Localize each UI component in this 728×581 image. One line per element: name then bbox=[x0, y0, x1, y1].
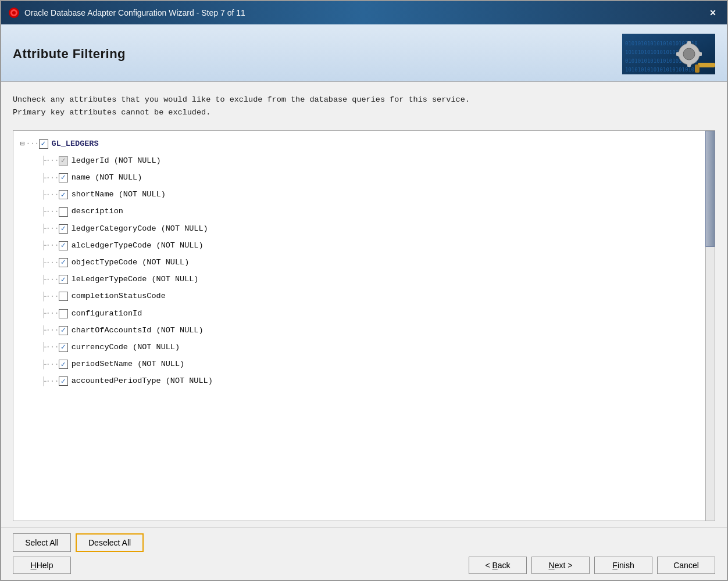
next-button[interactable]: Next > bbox=[531, 557, 590, 574]
node-label-currencyCode: currencyCode (NOT NULL) bbox=[72, 340, 180, 354]
node-checkbox-accountedPeriodType[interactable] bbox=[59, 376, 68, 386]
list-item: ├··· chartOfAccountsId (NOT NULL) bbox=[39, 322, 701, 339]
node-label-shortName: shortName (NOT NULL) bbox=[72, 188, 166, 202]
list-item: ├··· leLedgerTypeCode (NOT NULL) bbox=[39, 271, 701, 288]
header-image: 01010101010101010101010 1010101010101010… bbox=[622, 34, 715, 74]
node-label-ledgerCategoryCode: ledgerCategoryCode (NOT NULL) bbox=[72, 222, 208, 236]
node-checkbox-configurationId[interactable] bbox=[59, 309, 68, 318]
collapse-icon[interactable]: ⊟ bbox=[20, 138, 24, 150]
node-checkbox-leLedgerTypeCode[interactable] bbox=[59, 275, 68, 284]
svg-rect-19 bbox=[695, 64, 700, 73]
node-label-leLedgerTypeCode: leLedgerTypeCode (NOT NULL) bbox=[72, 272, 199, 286]
scrollbar-thumb[interactable] bbox=[705, 131, 715, 247]
scrollbar-track[interactable] bbox=[705, 131, 715, 521]
tree-container: ⊟ ··· GL_LEDGERS ├··· ledgerId (NOT NULL… bbox=[13, 130, 715, 521]
help-underline: HHelp bbox=[31, 561, 53, 570]
tree-branch-line: ├··· bbox=[41, 272, 59, 287]
tree-root: ⊟ ··· GL_LEDGERS ├··· ledgerId (NOT NULL… bbox=[16, 135, 712, 390]
node-label-alcLedgerTypeCode: alcLedgerTypeCode (NOT NULL) bbox=[72, 239, 204, 253]
root-checkbox[interactable] bbox=[39, 139, 48, 149]
description-line2: Primary key attributes cannot be exclude… bbox=[13, 106, 715, 119]
description-area: Uncheck any attributes that you would li… bbox=[13, 94, 715, 119]
bottom-buttons-area: Select All Deselect All HHelp < Back Nex… bbox=[1, 527, 727, 580]
back-button[interactable]: < Back bbox=[469, 557, 527, 574]
deselect-all-button[interactable]: Deselect All bbox=[76, 533, 144, 552]
select-deselect-row: Select All Deselect All bbox=[13, 533, 715, 552]
page-title: Attribute Filtering bbox=[13, 46, 126, 62]
svg-text:10101010101010101010101: 10101010101010101010101 bbox=[625, 67, 698, 73]
node-label-name: name (NOT NULL) bbox=[72, 171, 142, 185]
node-checkbox-alcLedgerTypeCode[interactable] bbox=[59, 241, 68, 250]
tree-branch-line: ├··· bbox=[41, 323, 59, 338]
close-button[interactable]: × bbox=[706, 6, 720, 20]
list-item: ├··· configurationId bbox=[39, 305, 701, 322]
node-label-periodSetName: periodSetName (NOT NULL) bbox=[72, 357, 184, 371]
list-item: ├··· objectTypeCode (NOT NULL) bbox=[39, 254, 701, 271]
node-label-accountedPeriodType: accountedPeriodType (NOT NULL) bbox=[72, 374, 213, 388]
node-checkbox-objectTypeCode[interactable] bbox=[59, 258, 68, 267]
list-item: ├··· accountedPeriodType (NOT NULL) bbox=[39, 373, 701, 390]
node-label-chartOfAccountsId: chartOfAccountsId (NOT NULL) bbox=[72, 324, 204, 338]
title-bar-left: Oracle Database Adapter Configuration Wi… bbox=[8, 7, 245, 19]
list-item: ├··· ledgerCategoryCode (NOT NULL) bbox=[39, 220, 701, 237]
node-checkbox-periodSetName[interactable] bbox=[59, 360, 68, 369]
node-checkbox-completionStatusCode[interactable] bbox=[59, 292, 68, 301]
list-item: ├··· name (NOT NULL) bbox=[39, 170, 701, 187]
tree-dot-line: ··· bbox=[26, 137, 38, 151]
header-section: Attribute Filtering 01010101010101010101… bbox=[1, 24, 727, 82]
node-checkbox-shortName[interactable] bbox=[59, 190, 68, 199]
tree-branch-line: ├··· bbox=[41, 171, 59, 185]
node-label-objectTypeCode: objectTypeCode (NOT NULL) bbox=[72, 256, 190, 270]
list-item: ├··· completionStatusCode bbox=[39, 288, 701, 305]
tree-branch-line: ├··· bbox=[41, 357, 59, 372]
node-checkbox-ledgerId bbox=[59, 156, 68, 166]
tree-scroll-area[interactable]: ⊟ ··· GL_LEDGERS ├··· ledgerId (NOT NULL… bbox=[13, 131, 715, 521]
header-decoration: 01010101010101010101010 1010101010101010… bbox=[622, 34, 715, 74]
cancel-button[interactable]: Cancel bbox=[657, 557, 715, 574]
node-checkbox-name[interactable] bbox=[59, 173, 68, 182]
description-line1: Uncheck any attributes that you would li… bbox=[13, 94, 715, 106]
node-label-configurationId: configurationId bbox=[72, 307, 142, 321]
list-item: ├··· alcLedgerTypeCode (NOT NULL) bbox=[39, 237, 701, 254]
node-label-completionStatusCode: completionStatusCode bbox=[72, 289, 166, 303]
tree-branch-line: ├··· bbox=[41, 188, 59, 202]
node-label-ledgerId: ledgerId (NOT NULL) bbox=[72, 154, 161, 168]
svg-rect-18 bbox=[698, 63, 715, 67]
main-window: Oracle Database Adapter Configuration Wi… bbox=[0, 0, 728, 581]
title-bar: Oracle Database Adapter Configuration Wi… bbox=[1, 1, 727, 24]
node-checkbox-chartOfAccountsId[interactable] bbox=[59, 326, 68, 335]
list-item: ├··· shortName (NOT NULL) bbox=[39, 187, 701, 203]
node-checkbox-description[interactable] bbox=[59, 207, 68, 217]
finish-button[interactable]: Finish bbox=[594, 557, 652, 574]
tree-branch-line: ├··· bbox=[41, 153, 59, 168]
list-item: ├··· description bbox=[39, 203, 701, 220]
root-label: GL_LEDGERS bbox=[52, 137, 99, 151]
svg-point-2 bbox=[12, 11, 16, 15]
tree-branch-line: ├··· bbox=[41, 256, 59, 270]
header-title-area: Attribute Filtering bbox=[13, 46, 126, 62]
node-checkbox-currencyCode[interactable] bbox=[59, 343, 68, 352]
tree-branch-line: ├··· bbox=[41, 340, 59, 354]
svg-point-9 bbox=[683, 48, 695, 60]
oracle-icon bbox=[8, 7, 20, 19]
list-item: ├··· ledgerId (NOT NULL) bbox=[39, 152, 701, 169]
list-item: ├··· periodSetName (NOT NULL) bbox=[39, 356, 701, 373]
help-button[interactable]: HHelp bbox=[13, 557, 71, 574]
nav-right-buttons: < Back Next > Finish Cancel bbox=[469, 557, 715, 574]
list-item: ├··· currencyCode (NOT NULL) bbox=[39, 339, 701, 356]
tree-root-node: ⊟ ··· GL_LEDGERS bbox=[18, 135, 701, 152]
tree-branch-line: ├··· bbox=[41, 289, 59, 304]
select-all-button[interactable]: Select All bbox=[13, 533, 71, 552]
tree-branch-line: ├··· bbox=[41, 205, 59, 219]
node-label-description: description bbox=[72, 205, 123, 218]
node-checkbox-ledgerCategoryCode[interactable] bbox=[59, 224, 68, 234]
title-bar-text: Oracle Database Adapter Configuration Wi… bbox=[24, 8, 245, 17]
tree-branch-line: ├··· bbox=[41, 221, 59, 236]
tree-branch-line: ├··· bbox=[41, 374, 59, 389]
main-content: Uncheck any attributes that you would li… bbox=[1, 82, 727, 527]
tree-branch-line: ├··· bbox=[41, 306, 59, 321]
nav-buttons-row: HHelp < Back Next > Finish Cancel bbox=[13, 557, 715, 574]
tree-branch-line: ├··· bbox=[41, 238, 59, 253]
